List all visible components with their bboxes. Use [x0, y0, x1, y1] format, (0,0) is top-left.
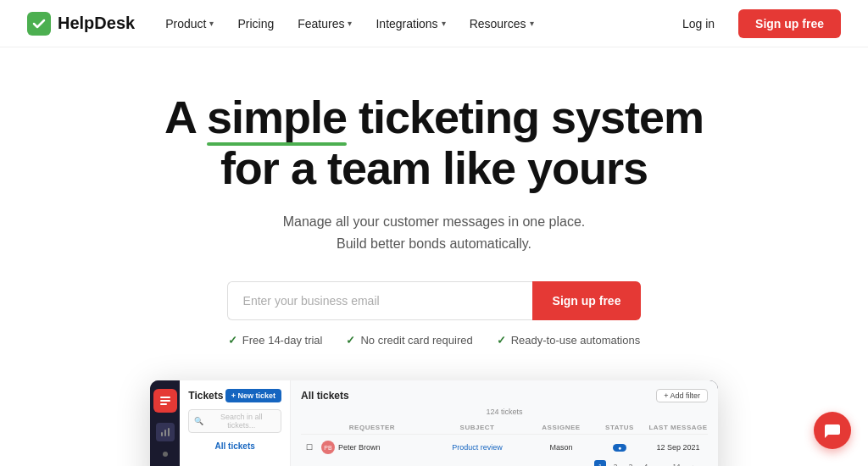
svg-rect-2 — [160, 403, 167, 405]
perks-list: ✓ Free 14-day trial ✓ No credit card req… — [27, 334, 841, 347]
th-subject: SUBJECT — [426, 424, 528, 431]
logo-icon — [27, 12, 51, 36]
th-checkbox — [301, 424, 318, 431]
form-signup-button[interactable]: Sign up free — [532, 281, 642, 320]
nav-item-resources[interactable]: Resources ▾ — [459, 10, 544, 37]
chevron-down-icon: ▾ — [442, 19, 446, 28]
app-window: Tickets + New ticket 🔍 Search in all tic… — [150, 380, 718, 466]
page-2[interactable]: 2 — [609, 460, 621, 466]
app-sidebar — [150, 380, 180, 466]
ticket-count: 124 tickets — [301, 408, 708, 416]
svg-rect-1 — [160, 400, 170, 402]
pagination: 1 2 3 4 ... 14 → — [301, 457, 708, 466]
navbar-left: HelpDesk Product ▾ Pricing Features ▾ In… — [27, 10, 544, 37]
page-ellipsis: ... — [655, 460, 667, 466]
logo[interactable]: HelpDesk — [27, 12, 135, 36]
navbar: HelpDesk Product ▾ Pricing Features ▾ In… — [0, 0, 868, 47]
row-checkbox[interactable]: ☐ — [301, 443, 318, 452]
svg-rect-4 — [164, 430, 166, 436]
nav-item-pricing[interactable]: Pricing — [227, 10, 284, 37]
hero-section: A simple ticketing system for a team lik… — [0, 47, 868, 466]
svg-rect-0 — [160, 397, 170, 398]
signup-button[interactable]: Sign up free — [738, 9, 841, 38]
row-requester: PB Peter Brown — [321, 441, 423, 454]
status-badge: ● — [613, 444, 626, 452]
app-preview: Tickets + New ticket 🔍 Search in all tic… — [27, 380, 841, 466]
th-status: STATUS — [594, 424, 645, 431]
hero-title-underline-word: simple — [207, 92, 347, 142]
all-tickets-area: All tickets + Add filter 124 tickets REQ… — [291, 380, 718, 466]
nav-item-features[interactable]: Features ▾ — [287, 10, 362, 37]
login-button[interactable]: Log in — [672, 10, 725, 37]
search-icon: 🔍 — [194, 417, 203, 425]
logo-text: HelpDesk — [58, 14, 135, 33]
row-assignee: Mason — [531, 443, 591, 452]
search-placeholder-text: Search in all tickets... — [207, 413, 275, 430]
ticket-search-bar[interactable]: 🔍 Search in all tickets... — [188, 409, 281, 433]
table-header: REQUESTER SUBJECT ASSIGNEE STATUS LAST M… — [301, 421, 708, 435]
sidebar-dot-1 — [163, 452, 168, 457]
perk-no-cc: ✓ No credit card required — [346, 334, 472, 347]
tickets-panel-header: Tickets + New ticket — [188, 389, 281, 402]
page-3[interactable]: 3 — [625, 460, 637, 466]
email-form: Sign up free — [27, 281, 841, 320]
all-tickets-link[interactable]: All tickets — [188, 440, 281, 452]
svg-rect-3 — [161, 432, 163, 436]
row-status: ● — [594, 443, 645, 452]
chevron-down-icon: ▾ — [209, 19, 214, 28]
nav-links: Product ▾ Pricing Features ▾ Integration… — [155, 10, 543, 37]
th-requester: REQUESTER — [321, 424, 423, 431]
email-input[interactable] — [227, 281, 532, 320]
sidebar-tickets-icon — [153, 389, 177, 413]
row-last-message: 12 Sep 2021 — [648, 443, 708, 452]
hero-subtitle: Manage all your customer messages in one… — [27, 211, 841, 254]
nav-item-integrations[interactable]: Integrations ▾ — [365, 10, 455, 37]
row-subject: Product review — [426, 443, 528, 452]
page-14[interactable]: 14 — [670, 460, 682, 466]
navbar-right: Log in Sign up free — [672, 9, 841, 38]
hero-title: A simple ticketing system for a team lik… — [27, 92, 841, 194]
page-4[interactable]: 4 — [640, 460, 652, 466]
th-assignee: ASSIGNEE — [531, 424, 591, 431]
avatar: PB — [321, 441, 335, 454]
all-tickets-label: All tickets — [301, 390, 349, 402]
perk-automations: ✓ Ready-to-use automations — [497, 334, 640, 347]
chevron-down-icon: ▾ — [530, 19, 534, 28]
sidebar-reports-icon — [156, 423, 175, 441]
tickets-panel: Tickets + New ticket 🔍 Search in all tic… — [180, 380, 291, 466]
th-last-message: LAST MESSAGE — [648, 424, 708, 431]
nav-item-product[interactable]: Product ▾ — [155, 10, 224, 37]
page-1[interactable]: 1 — [594, 460, 606, 466]
svg-rect-5 — [168, 428, 170, 436]
page-next-icon[interactable]: → — [686, 460, 698, 466]
chevron-down-icon: ▾ — [348, 19, 352, 28]
table-row[interactable]: ☐ PB Peter Brown Product review Mason ● … — [301, 438, 708, 457]
all-tickets-area-header: All tickets + Add filter — [301, 389, 708, 402]
chat-bubble[interactable] — [814, 412, 851, 449]
new-ticket-button[interactable]: + New ticket — [225, 389, 281, 402]
tickets-panel-title: Tickets — [188, 390, 223, 402]
perk-trial: ✓ Free 14-day trial — [228, 334, 323, 347]
add-filter-button[interactable]: + Add filter — [656, 389, 708, 402]
